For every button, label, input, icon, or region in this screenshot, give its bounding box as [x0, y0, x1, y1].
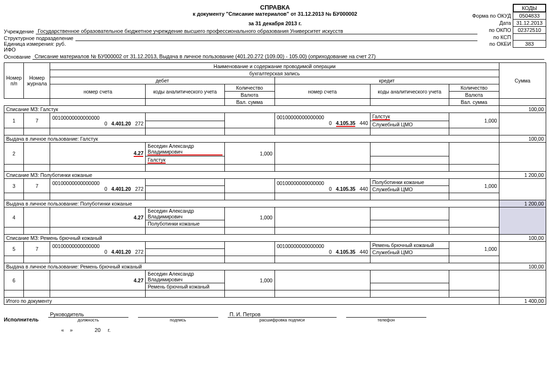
th-deb-acc: номер счета — [50, 84, 146, 99]
okei-value: 383 — [513, 41, 546, 48]
footer-date: « » 20 г. — [61, 327, 546, 333]
executor-position: Руководитель — [48, 311, 128, 318]
th-cre: кредит — [275, 77, 499, 84]
doc-title: СПРАВКА — [4, 4, 546, 11]
codes-header: КОДЫ — [513, 4, 546, 12]
th-cre-vsum: Вал. сумма — [449, 99, 499, 106]
doc-subtitle: к документу "Списание материалов" от 31.… — [4, 11, 546, 17]
th-cre-cur: Валюта — [449, 92, 499, 99]
okpo-label: по ОКПО — [469, 27, 513, 34]
th-be: бухгалтерская запись — [50, 70, 499, 77]
basis-label: Основание — [4, 54, 31, 60]
department-label: Структурное подразделение — [4, 35, 74, 41]
th-cre-code: коды аналитического учета — [370, 84, 449, 99]
sign-caption: подпись — [138, 318, 218, 322]
th-cre-acc: номер счета — [275, 84, 370, 99]
doc-period: за 31 декабря 2013 г. — [4, 21, 546, 26]
executor-phone — [346, 311, 426, 318]
name-caption: расшифровка подписи — [228, 318, 337, 322]
okud-label: Форма по ОКУД — [469, 12, 513, 20]
ksp-label: по КСП — [469, 34, 513, 41]
position-caption: должность — [48, 318, 128, 322]
executor-sign — [138, 311, 218, 318]
th-nj: Номер журнала — [24, 63, 50, 99]
ifo-label: ИФО — [4, 47, 546, 52]
okei-label: по ОКЕИ — [469, 41, 513, 48]
main-table: Номер п/п Номер журнала Наименование и с… — [4, 62, 546, 305]
department-value — [75, 41, 477, 41]
date-value: 31.12.2013 — [513, 20, 546, 27]
th-op: Наименование и содержание проводимой опе… — [50, 63, 499, 70]
th-cre-qty: Количество — [449, 84, 499, 92]
codes-box: КОДЫ Форма по ОКУД0504833 Дата31.12.2013… — [469, 4, 546, 48]
date-label: Дата — [469, 20, 513, 27]
phone-caption: телефон — [346, 318, 426, 322]
th-sum: Сумма — [499, 63, 546, 99]
unit-label: Единица измерения: руб. — [4, 41, 546, 47]
th-deb-cur: Валюта — [224, 92, 275, 99]
th-np: Номер п/п — [4, 63, 24, 99]
th-deb-code: коды аналитического учета — [146, 84, 224, 99]
th-deb-qty: Количество — [224, 84, 275, 92]
basis-value: Списание материалов № БУ000002 от 31.12.… — [32, 53, 544, 60]
th-deb-vsum: Вал. сумма — [224, 99, 275, 106]
th-deb: дебет — [50, 77, 275, 84]
executor-label: Исполнитель — [4, 317, 39, 322]
institution-value: Государственное образовательное бюджетно… — [36, 28, 477, 34]
okpo-value: 02372510 — [513, 27, 546, 34]
executor-name: П. И. Петров — [228, 311, 337, 318]
ksp-value — [513, 34, 546, 41]
institution-label: Учреждение — [4, 29, 34, 34]
okud-value: 0504833 — [513, 12, 546, 20]
